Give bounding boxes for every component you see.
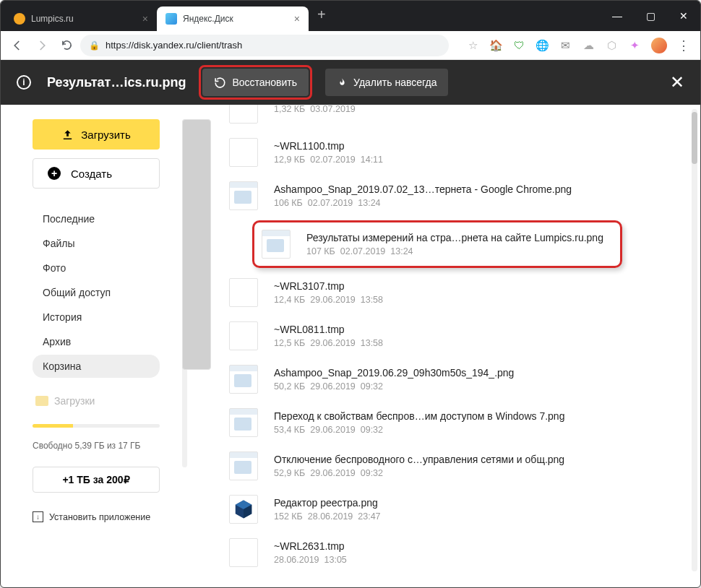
- favicon-icon: [14, 13, 25, 25]
- sidebar-scrollbar[interactable]: [182, 119, 187, 467]
- file-name: ~WRL0811.tmp: [274, 324, 383, 335]
- close-selection-button[interactable]: ✕: [670, 72, 684, 92]
- file-row[interactable]: ~WRL2631.tmp28.06.2019 13:05: [225, 531, 653, 574]
- file-meta: 52,9 КБ 29.06.2019 09:32: [274, 468, 564, 478]
- window-maximize-button[interactable]: ▢: [634, 1, 667, 31]
- file-row[interactable]: Переход к свойствам беспров…им доступом …: [225, 401, 653, 444]
- file-meta: 53,4 КБ 29.06.2019 09:32: [274, 425, 564, 435]
- file-thumb-icon: [229, 408, 258, 437]
- window-minimize-button[interactable]: —: [601, 1, 634, 31]
- file-meta: 28.06.2019 13:05: [274, 555, 347, 565]
- restore-label: Восстановить: [232, 77, 297, 88]
- sidebar-folder-downloads[interactable]: Загрузки: [33, 391, 160, 411]
- sidebar: Загрузить + Создать ПоследниеФайлыФотоОб…: [1, 105, 190, 576]
- file-row[interactable]: ~WRL3107.tmp12,4 КБ 29.06.2019 13:58: [225, 271, 653, 314]
- window-close-button[interactable]: ✕: [667, 1, 700, 31]
- file-list: 1,32 КБ 03.07.2019~WRL1100.tmp12,9 КБ 02…: [190, 105, 690, 574]
- new-tab-button[interactable]: +: [309, 7, 335, 23]
- file-meta: 12,9 КБ 02.07.2019 14:11: [274, 155, 383, 165]
- star-bookmark-icon[interactable]: ☆: [466, 39, 479, 52]
- tab-title: Яндекс.Диск: [183, 14, 233, 24]
- file-name: Ashampoo_Snap_2019.06.29_09h30m50s_194_.…: [274, 367, 514, 379]
- download-icon: ↓: [33, 511, 43, 522]
- favicon-icon: [165, 13, 177, 25]
- profile-avatar[interactable]: [651, 38, 667, 53]
- url-text: https://disk.yandex.ru/client/trash: [106, 40, 242, 51]
- sidebar-item-3[interactable]: Общий доступ: [33, 281, 160, 304]
- file-meta: 152 КБ 28.06.2019 23:47: [274, 511, 381, 522]
- restore-button[interactable]: Восстановить: [202, 69, 309, 96]
- sidebar-item-4[interactable]: История: [33, 306, 160, 329]
- address-bar[interactable]: 🔒 https://disk.yandex.ru/client/trash: [80, 35, 449, 56]
- file-row[interactable]: ~WRL1100.tmp12,9 КБ 02.07.2019 14:11: [225, 131, 653, 174]
- browser-tab-strip: Lumpics.ru × Яндекс.Диск × + — ▢ ✕: [1, 1, 700, 31]
- extension-icon[interactable]: 🏠: [489, 39, 502, 52]
- browser-tab-lumpics[interactable]: Lumpics.ru ×: [5, 7, 157, 31]
- file-row[interactable]: Ashampoo_Snap_2019.06.29_09h30m50s_194_.…: [225, 358, 653, 401]
- file-row[interactable]: 1,32 КБ 03.07.2019: [225, 105, 653, 131]
- tab-title: Lumpics.ru: [31, 14, 74, 24]
- folder-icon: [35, 396, 48, 406]
- file-row[interactable]: Редактор реестра.png152 КБ 28.06.2019 23…: [225, 488, 653, 531]
- highlight-annotation: Восстановить: [199, 65, 312, 100]
- file-list-scrollbar[interactable]: [692, 109, 697, 571]
- install-label: Установить приложение: [49, 512, 150, 522]
- quota-text: Свободно 5,39 ГБ из 17 ГБ: [33, 441, 179, 451]
- info-icon[interactable]: i: [17, 75, 31, 90]
- file-thumb-icon: [262, 230, 291, 259]
- file-name: Ashampoo_Snap_2019.07.02_13…тернета - Go…: [274, 183, 572, 195]
- delete-forever-button[interactable]: Удалить навсегда: [325, 69, 448, 96]
- upload-button[interactable]: Загрузить: [33, 119, 160, 150]
- nav-forward-button[interactable]: [31, 35, 53, 56]
- file-list-pane: 1,32 КБ 03.07.2019~WRL1100.tmp12,9 КБ 02…: [190, 105, 700, 576]
- browser-tab-yandex-disk[interactable]: Яндекс.Диск ×: [157, 7, 309, 31]
- file-row[interactable]: Результаты измерений на стра…рнета на са…: [262, 227, 613, 261]
- extension-icon[interactable]: ✉: [559, 39, 572, 52]
- extension-icon[interactable]: 🛡: [512, 39, 525, 52]
- create-label: Создать: [71, 168, 112, 180]
- extension-icon[interactable]: ✦: [628, 39, 641, 52]
- file-meta: 107 КБ 02.07.2019 13:24: [306, 246, 603, 256]
- file-thumb-icon: [229, 451, 258, 480]
- file-meta: 12,5 КБ 29.06.2019 13:58: [274, 338, 383, 348]
- install-app-link[interactable]: ↓ Установить приложение: [33, 511, 179, 522]
- upload-label: Загрузить: [81, 129, 131, 141]
- lock-icon: 🔒: [89, 40, 100, 51]
- delete-forever-label: Удалить навсегда: [353, 77, 436, 88]
- tab-close-icon[interactable]: ×: [142, 13, 148, 25]
- sidebar-item-6[interactable]: Корзина: [33, 355, 160, 378]
- file-row[interactable]: ~WRL0811.tmp12,5 КБ 29.06.2019 13:58: [225, 314, 653, 358]
- sidebar-nav: ПоследниеФайлыФотоОбщий доступИсторияАрх…: [33, 207, 160, 378]
- folder-label: Загрузки: [54, 395, 95, 407]
- extension-icon[interactable]: 🌐: [536, 39, 549, 52]
- file-name: Результаты измерений на стра…рнета на са…: [306, 232, 603, 243]
- file-meta: 106 КБ 02.07.2019 13:24: [274, 198, 572, 208]
- file-meta: 50,2 КБ 29.06.2019 09:32: [274, 381, 514, 392]
- file-thumb-icon: [229, 105, 258, 124]
- file-row[interactable]: Отключение беспроводного с…управления се…: [225, 444, 653, 488]
- sidebar-item-1[interactable]: Файлы: [33, 232, 160, 255]
- promo-button[interactable]: +1 ТБ за 200₽: [33, 467, 160, 493]
- selection-action-bar: i Результат…ics.ru.png Восстановить Удал…: [1, 60, 700, 105]
- sidebar-item-5[interactable]: Архив: [33, 330, 160, 353]
- extension-icon[interactable]: ☁: [582, 39, 595, 52]
- file-name: ~WRL1100.tmp: [274, 140, 383, 152]
- create-button[interactable]: + Создать: [33, 158, 160, 189]
- plus-icon: +: [48, 167, 61, 180]
- nav-reload-button[interactable]: [56, 35, 77, 56]
- nav-back-button[interactable]: [7, 35, 28, 56]
- extension-icon[interactable]: ⬡: [605, 39, 618, 52]
- tab-close-icon[interactable]: ×: [294, 13, 300, 25]
- sidebar-item-2[interactable]: Фото: [33, 256, 160, 280]
- file-row[interactable]: Ashampoo_Snap_2019.07.02_13…тернета - Go…: [225, 174, 653, 217]
- file-thumb-icon: [229, 538, 258, 567]
- highlight-annotation: Результаты измерений на стра…рнета на са…: [252, 220, 622, 268]
- file-name: ~WRL3107.tmp: [274, 280, 383, 292]
- undo-icon: [214, 77, 226, 89]
- file-name: ~WRL2631.tmp: [274, 540, 347, 552]
- file-thumb-icon: [229, 278, 258, 307]
- browser-menu-button[interactable]: ⋮: [677, 38, 690, 53]
- fire-icon: [337, 77, 348, 88]
- file-thumb-icon: [229, 495, 258, 524]
- sidebar-item-0[interactable]: Последние: [33, 207, 160, 230]
